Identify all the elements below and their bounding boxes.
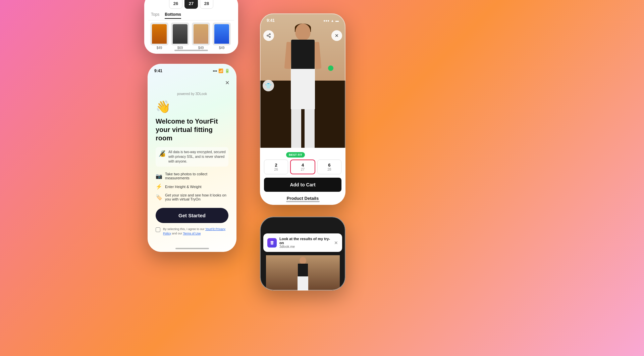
add-to-cart-button[interactable]: Add to Cart bbox=[264, 178, 341, 192]
scale-icon: ⚡ bbox=[156, 183, 162, 190]
clothing-item-1[interactable]: $49 bbox=[150, 23, 169, 50]
notification-subtitle: 3dlook.me bbox=[279, 245, 331, 249]
fit-indicator-dot bbox=[328, 65, 333, 71]
svg-point-2 bbox=[269, 36, 271, 38]
body-bottom bbox=[291, 69, 315, 109]
tryon-photo-area: ✕ 👕 bbox=[260, 13, 345, 148]
phone-4-notification: Look at the results of my try-on 3dlook.… bbox=[260, 217, 345, 291]
app-icon bbox=[267, 238, 277, 248]
tab-bottoms[interactable]: Bottoms bbox=[165, 12, 181, 19]
time-3: 9:41 bbox=[267, 18, 275, 23]
mini-body bbox=[298, 264, 308, 277]
welcome-title: Welcome to YourFityour virtual fitting r… bbox=[156, 117, 228, 142]
size-options: 2 26 4 27 6 28 bbox=[264, 160, 341, 174]
notification-title: Look at the results of my try-on bbox=[279, 237, 331, 245]
size-waist-2: 26 bbox=[274, 168, 278, 171]
svg-point-1 bbox=[267, 35, 268, 36]
terms-checkbox[interactable] bbox=[156, 227, 160, 232]
tryon-thumbnail bbox=[266, 255, 340, 291]
size-waist-4: 27 bbox=[301, 168, 305, 171]
size-option-2[interactable]: 2 26 bbox=[264, 160, 288, 174]
size-selector-row: 26 27 28 bbox=[148, 0, 234, 11]
size-num-4: 4 bbox=[302, 163, 304, 168]
battery-icon: 🔋 bbox=[225, 69, 230, 73]
feature-item-1: 📷 Take two photos to collect measurement… bbox=[156, 172, 228, 180]
home-indicator-2 bbox=[175, 248, 209, 249]
clothing-grid: $49 $69 $49 $49 bbox=[148, 20, 234, 52]
size-num-2: 2 bbox=[275, 163, 277, 168]
feature-item-3: 🏷️ Get your size and see how it looks on… bbox=[156, 193, 228, 201]
terms-row: By selecting this, I agree to our YourFi… bbox=[156, 227, 228, 235]
signal-icon-3: ●●● bbox=[323, 19, 329, 23]
head bbox=[295, 24, 310, 40]
mini-pants bbox=[298, 276, 308, 291]
clothing-item-4[interactable]: $49 bbox=[212, 23, 231, 50]
time-2: 9:41 bbox=[154, 69, 162, 73]
feature-item-2: ⚡ Enter Height & Weight bbox=[156, 183, 228, 190]
best-fit-badge: BEST FIT bbox=[286, 152, 305, 158]
mini-person-figure bbox=[293, 257, 313, 291]
powered-by-label: powered by 3DLook bbox=[156, 92, 228, 96]
wifi-icon-3: ▲ bbox=[331, 19, 334, 23]
battery-icon-3: ▬ bbox=[335, 19, 339, 23]
home-indicator-1 bbox=[174, 50, 208, 51]
price-2: $69 bbox=[177, 46, 183, 50]
feature-text-2: Enter Height & Weight bbox=[165, 185, 202, 189]
clothing-item-2[interactable]: $69 bbox=[170, 23, 190, 50]
feature-list: 📷 Take two photos to collect measurement… bbox=[156, 172, 228, 201]
terms-text: By selecting this, I agree to our YourFi… bbox=[163, 227, 228, 235]
status-bar-3: 9:41 ●●● ▲ ▬ bbox=[260, 13, 345, 24]
fingerprint-icon: 🔏 bbox=[158, 150, 166, 157]
status-bar-2: 9:41 ▪▪▪ 📶 🔋 bbox=[148, 64, 236, 75]
security-note: 🔏 All data is two-way encrypted, secured… bbox=[156, 147, 228, 167]
size-num-6: 6 bbox=[328, 163, 330, 168]
price-1: $49 bbox=[157, 46, 162, 50]
feature-text-3: Get your size and see how it looks on yo… bbox=[165, 193, 228, 201]
wave-emoji: 👋 bbox=[156, 100, 228, 114]
svg-point-0 bbox=[269, 34, 271, 35]
close-button-tryon[interactable]: ✕ bbox=[331, 30, 342, 41]
svg-line-3 bbox=[268, 36, 269, 37]
size-waist-6: 28 bbox=[327, 168, 331, 171]
get-started-button[interactable]: Get Started bbox=[156, 208, 228, 223]
home-indicator-3 bbox=[286, 201, 320, 202]
wifi-icon: 📶 bbox=[218, 69, 223, 73]
tag-icon: 🏷️ bbox=[156, 194, 162, 201]
terms-link[interactable]: Terms of Use bbox=[183, 232, 201, 235]
size-26-btn[interactable]: 26 bbox=[169, 0, 182, 9]
outfit-swap-button[interactable]: 👕 bbox=[263, 80, 274, 91]
price-3: $49 bbox=[198, 46, 204, 50]
phone-3-tryon: 9:41 ●●● ▲ ▬ bbox=[260, 13, 345, 205]
size-option-4[interactable]: 4 27 bbox=[290, 160, 315, 174]
clothing-item-3[interactable]: $49 bbox=[191, 23, 211, 50]
feature-text-1: Take two photos to collect measurements bbox=[165, 172, 228, 180]
leg-left bbox=[291, 109, 301, 148]
size-28-btn[interactable]: 28 bbox=[200, 0, 213, 9]
notification-card: Look at the results of my try-on 3dlook.… bbox=[263, 233, 342, 252]
price-4: $49 bbox=[219, 46, 225, 50]
size-panel: BEST FIT 2 26 4 27 6 28 bbox=[260, 148, 345, 205]
close-button-welcome[interactable]: ✕ bbox=[223, 79, 231, 87]
phone-2-welcome: 9:41 ▪▪▪ 📶 🔋 powered by 3DLook ✕ 👋 Welco… bbox=[148, 64, 236, 252]
mini-head bbox=[300, 257, 306, 264]
share-button[interactable] bbox=[263, 30, 274, 41]
size-option-6[interactable]: 6 28 bbox=[317, 160, 341, 174]
security-text: All data is two-way encrypted, secured w… bbox=[168, 150, 226, 164]
notification-content: Look at the results of my try-on 3dlook.… bbox=[279, 237, 331, 249]
leg-right bbox=[305, 109, 315, 148]
tab-tops[interactable]: Tops bbox=[151, 12, 159, 19]
svg-line-4 bbox=[268, 35, 269, 35]
signal-icon: ▪▪▪ bbox=[213, 69, 217, 73]
notification-close[interactable]: ✕ bbox=[334, 240, 338, 246]
phone-1-top-partial: 26 27 28 Tops Bottoms $49 $69 bbox=[144, 0, 238, 54]
person-figure bbox=[276, 20, 330, 148]
tryon-screen: ✕ 👕 BEST FIT 2 26 4 27 bbox=[260, 13, 345, 205]
size-27-btn[interactable]: 27 bbox=[184, 0, 198, 9]
body-top bbox=[291, 40, 315, 70]
camera-icon: 📷 bbox=[156, 173, 162, 179]
category-tabs: Tops Bottoms bbox=[148, 11, 234, 20]
